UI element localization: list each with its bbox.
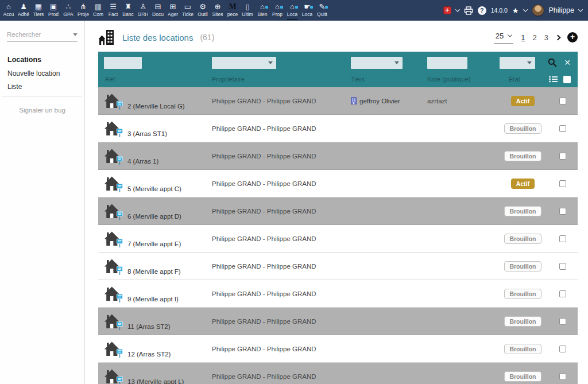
page-3[interactable]: 3 — [544, 33, 548, 42]
row-ref-link[interactable]: 11 (Arras ST2) — [127, 323, 171, 331]
table-row[interactable]: 13 (Merville appt L)Philippe GRAND - Phi… — [98, 363, 578, 384]
nav-item-commerce[interactable]: ▥Com — [91, 0, 106, 21]
table-row[interactable]: 7 (Merville appt E)Philippe GRAND - Phil… — [98, 225, 578, 253]
row-ref-link[interactable]: 7 (Merville appt E) — [127, 241, 181, 248]
row-note — [423, 197, 498, 224]
table-row[interactable]: 2 (Merville Local G)Philippe GRAND - Phi… — [98, 87, 578, 115]
nav-item-produits[interactable]: ▣Prod — [46, 0, 61, 21]
row-checkbox[interactable] — [559, 208, 566, 215]
chevron-down-icon[interactable] — [523, 7, 527, 11]
row-ref-link[interactable]: 9 (Merville appt I) — [127, 296, 179, 303]
row-checkbox[interactable] — [559, 153, 566, 160]
table-row[interactable]: 6 (Merville appt D)Philippe GRAND - Phil… — [98, 197, 578, 225]
row-ref-link[interactable]: 5 (Merville appt C) — [127, 185, 181, 193]
row-checkbox[interactable] — [559, 180, 566, 187]
table-row[interactable]: 12 (Arras ST2)Philippe GRAND - Philippe … — [98, 335, 578, 363]
blue-accent — [310, 6, 313, 9]
nav-item-adherents[interactable]: ♟Adhé — [16, 0, 31, 21]
next-page-button[interactable] — [556, 36, 560, 40]
page-1[interactable]: 1 — [521, 33, 525, 42]
row-checkbox[interactable] — [559, 263, 566, 270]
nav-item-gpa[interactable]: ∴GPA — [61, 0, 76, 21]
nav-item-projets[interactable]: ⋔Proje — [76, 0, 91, 21]
nav-item-locataires[interactable]: ☛Loca — [300, 0, 315, 21]
red-plus-icon[interactable]: + — [443, 6, 451, 14]
row-checkbox[interactable] — [559, 98, 566, 104]
nav-item-proprietes[interactable]: ⌂Prop — [270, 0, 285, 21]
gpa-icon: ∴ — [66, 2, 71, 11]
nav-item-label: Fact — [109, 11, 118, 17]
column-header-note[interactable]: Note (publique) — [427, 76, 470, 83]
nav-item-label: Outil — [198, 11, 207, 17]
filter-note-input[interactable] — [427, 57, 467, 69]
nav-item-biens[interactable]: ⌂Bien — [255, 0, 270, 21]
row-ref-link[interactable]: 13 (Merville appt L) — [127, 378, 184, 384]
nav-item-sites[interactable]: ⊕Sites — [210, 0, 225, 21]
row-tiers-empty — [345, 280, 423, 307]
row-ref-link[interactable]: 3 (Arras ST1) — [127, 130, 167, 138]
row-ref-link[interactable]: 2 (Merville Local G) — [127, 103, 185, 110]
search-icon[interactable] — [548, 58, 557, 67]
nav-item-accueil[interactable]: ⌂Accu — [1, 0, 16, 21]
nav-item-banque[interactable]: ♜Banc — [121, 0, 136, 21]
table-row[interactable]: 8 (Merville appt F)Philippe GRAND - Phil… — [98, 253, 578, 280]
filter-tiers-select[interactable] — [351, 57, 403, 69]
table-row[interactable]: 4 (Arras 1)Philippe GRAND - Philippe GRA… — [98, 142, 578, 170]
status-badge: Brouillon — [504, 234, 541, 244]
members-icon: ♟ — [20, 2, 27, 11]
nav-item-locations[interactable]: ⌂Loca — [285, 0, 300, 21]
report-bug-link[interactable]: Signaler un bug — [0, 107, 84, 114]
row-checkbox[interactable] — [559, 290, 566, 297]
row-checkbox[interactable] — [559, 346, 566, 352]
table-row[interactable]: 9 (Merville appt I)Philippe GRAND - Phil… — [98, 280, 578, 308]
filter-status-select[interactable] — [500, 57, 535, 69]
user-menu[interactable]: Philippe — [549, 6, 574, 14]
filter-ref-input[interactable] — [104, 57, 142, 69]
nav-item-ultimate[interactable]: ▯Ultim — [240, 0, 255, 21]
column-header-tiers[interactable]: Tiers — [351, 76, 365, 83]
table-row[interactable]: 3 (Arras ST1)Philippe GRAND - Philippe G… — [98, 115, 578, 142]
table-body: 2 (Merville Local G)Philippe GRAND - Phi… — [98, 87, 578, 384]
table-row[interactable]: 11 (Arras ST2)Philippe GRAND - Philippe … — [98, 308, 578, 335]
row-ref-link[interactable]: 6 (Merville appt D) — [127, 213, 181, 220]
table-row[interactable]: 5 (Merville appt C)Philippe GRAND - Phil… — [98, 170, 578, 197]
nav-item-grh[interactable]: ♙GRH — [136, 0, 150, 21]
row-ref-link[interactable]: 4 (Arras 1) — [127, 158, 158, 165]
sidebar-item-nouvelle-location[interactable]: Nouvelle location — [7, 69, 84, 77]
row-ref-link[interactable]: 8 (Merville appt F) — [127, 268, 181, 276]
column-header-etat[interactable]: État — [509, 76, 520, 83]
filter-owner-select[interactable] — [212, 57, 276, 69]
chevron-down-icon[interactable] — [578, 7, 583, 11]
sidebar-item-liste[interactable]: Liste — [7, 83, 84, 91]
page-size-select[interactable]: 25 — [494, 32, 513, 44]
nav-item-outils[interactable]: ⚙Outil — [195, 0, 210, 21]
nav-item-documents[interactable]: ⊟Docu — [150, 0, 165, 21]
help-icon[interactable]: ? — [478, 6, 486, 15]
page-2[interactable]: 2 — [533, 33, 537, 42]
avatar[interactable] — [532, 4, 544, 17]
column-header-proprietaire[interactable]: Propriétaire — [212, 76, 245, 83]
row-ref-link[interactable]: 12 (Arras ST2) — [127, 351, 171, 358]
print-icon[interactable] — [464, 6, 473, 15]
star-icon[interactable]: ★ — [512, 6, 519, 15]
add-button[interactable]: + — [567, 32, 578, 42]
nav-item-quittances[interactable]: ✎Quitt — [315, 0, 330, 21]
row-checkbox[interactable] — [559, 318, 566, 325]
select-all-checkbox[interactable] — [563, 76, 571, 83]
chevron-down-icon[interactable] — [455, 7, 459, 11]
row-checkbox[interactable] — [559, 235, 566, 242]
nav-item-pece[interactable]: Mpece — [225, 0, 240, 21]
row-checkbox[interactable] — [559, 125, 566, 132]
nav-item-facturation[interactable]: ☰Fact — [106, 0, 121, 21]
row-owner: Philippe GRAND - Philippe GRAND — [207, 363, 345, 384]
sidebar-section-title: Locations — [7, 56, 84, 64]
row-checkbox[interactable] — [559, 373, 566, 380]
close-icon[interactable]: ✕ — [564, 59, 571, 67]
column-header-ref[interactable]: Réf. — [105, 76, 117, 83]
search-input[interactable]: Rechercher — [7, 31, 78, 42]
nav-item-agenda[interactable]: ⊞Ager — [165, 0, 180, 21]
list-view-icon[interactable] — [549, 76, 558, 83]
nav-item-tiers[interactable]: ▦Tiers — [31, 0, 46, 21]
row-tiers-link[interactable]: geffroy Olivier — [359, 98, 400, 104]
nav-item-tickets[interactable]: ▭Ticke — [180, 0, 195, 21]
